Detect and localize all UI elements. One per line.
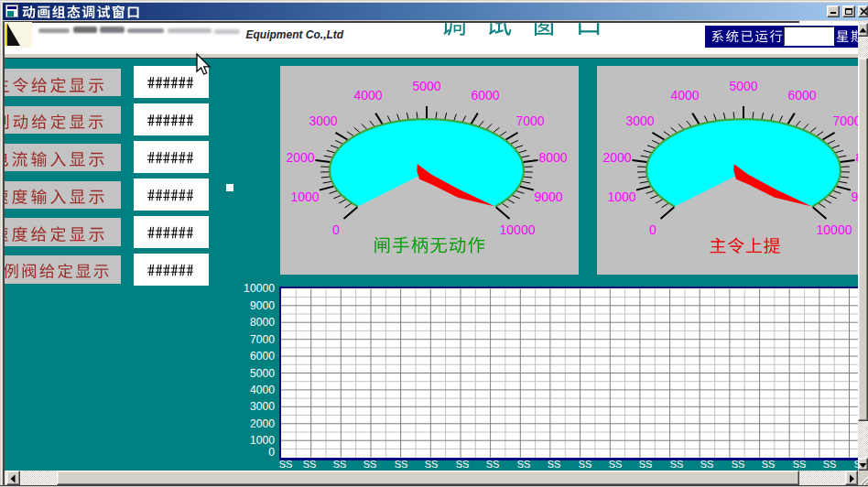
svg-text:SS: SS (363, 459, 377, 470)
svg-text:SS: SS (548, 459, 561, 470)
svg-text:5000: 5000 (412, 79, 440, 93)
svg-text:SS: SS (279, 459, 293, 470)
svg-text:SS: SS (670, 459, 684, 470)
svg-text:2000: 2000 (250, 417, 275, 430)
svg-text:2000: 2000 (602, 150, 631, 165)
svg-text:6000: 6000 (471, 88, 499, 103)
svg-text:1000: 1000 (290, 189, 319, 204)
svg-text:8000: 8000 (538, 150, 567, 165)
svg-text:SS: SS (823, 459, 837, 470)
svg-text:3000: 3000 (625, 114, 654, 128)
svg-text:7000: 7000 (832, 114, 861, 128)
svg-text:10000: 10000 (817, 222, 852, 237)
svg-text:9000: 9000 (250, 299, 275, 312)
svg-text:1000: 1000 (607, 189, 635, 204)
svg-text:2000: 2000 (286, 150, 314, 165)
svg-text:SS: SS (700, 459, 714, 470)
svg-text:8000: 8000 (250, 316, 275, 329)
svg-text:0: 0 (649, 222, 656, 237)
svg-text:SS: SS (609, 459, 623, 470)
svg-text:7000: 7000 (515, 114, 544, 128)
svg-text:0: 0 (332, 222, 340, 237)
svg-text:6000: 6000 (250, 350, 275, 363)
svg-text:SS: SS (395, 459, 408, 470)
svg-text:SS: SS (303, 459, 317, 470)
svg-text:7000: 7000 (250, 333, 275, 346)
svg-text:SS: SS (639, 459, 653, 470)
svg-text:SS: SS (854, 459, 868, 470)
svg-text:9000: 9000 (534, 189, 562, 204)
svg-text:3000: 3000 (309, 114, 337, 128)
svg-text:SS: SS (333, 459, 347, 470)
svg-text:SS: SS (486, 459, 500, 470)
svg-text:SS: SS (579, 459, 592, 470)
svg-text:SS: SS (793, 459, 807, 470)
svg-text:SS: SS (425, 459, 439, 470)
svg-text:0: 0 (268, 446, 275, 459)
svg-text:3000: 3000 (250, 400, 275, 413)
svg-text:10000: 10000 (244, 282, 275, 295)
svg-text:10000: 10000 (500, 222, 536, 237)
svg-text:9000: 9000 (851, 189, 868, 204)
svg-text:5000: 5000 (729, 79, 757, 93)
svg-text:8000: 8000 (855, 150, 868, 165)
svg-text:5000: 5000 (250, 367, 275, 380)
svg-text:SS: SS (762, 459, 776, 470)
svg-text:SS: SS (456, 459, 470, 470)
svg-text:6000: 6000 (787, 88, 816, 103)
svg-text:4000: 4000 (670, 88, 699, 103)
svg-text:4000: 4000 (353, 88, 382, 103)
svg-text:SS: SS (732, 459, 745, 470)
svg-text:4000: 4000 (250, 384, 275, 396)
svg-text:SS: SS (517, 459, 531, 470)
